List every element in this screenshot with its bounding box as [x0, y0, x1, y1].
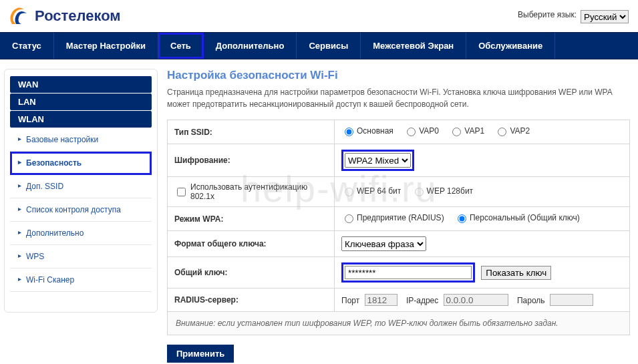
nav-services[interactable]: Сервисы	[297, 33, 361, 59]
radius-ip-label: IP-адрес	[406, 296, 438, 305]
sidebar-cat-wlan[interactable]: WLAN	[10, 111, 152, 128]
sidebar-item-addssid[interactable]: Доп. SSID	[10, 175, 152, 198]
brand-logo: Ростелеком	[7, 4, 121, 28]
ssid-opt-vap1[interactable]: VAP1	[449, 126, 484, 136]
sidebar-cat-wan[interactable]: WAN	[10, 76, 152, 93]
key-format-label: Формат общего ключа:	[168, 231, 335, 257]
sidebar: WAN LAN WLAN Базовые настройки Безопасно…	[4, 69, 158, 313]
key-format-select[interactable]: Ключевая фраза	[341, 236, 426, 251]
nav-advanced[interactable]: Дополнительно	[204, 33, 297, 59]
show-key-button[interactable]: Показать ключ	[481, 266, 551, 280]
encryption-highlight: WPA2 Mixed	[341, 150, 414, 171]
radius-pwd-input[interactable]	[550, 294, 593, 306]
auth-8021x-checkbox[interactable]: Использовать аутентификацию 802.1x	[174, 182, 327, 201]
ssid-type-label: Тип SSID:	[168, 120, 335, 144]
wpa-mode-options: Предприятие (RADIUS) Персональный (Общий…	[335, 207, 630, 231]
page-description: Страница предназначена для настройки пар…	[167, 86, 630, 110]
sidebar-cat-lan[interactable]: LAN	[10, 94, 152, 110]
radius-port-input[interactable]	[365, 294, 397, 306]
wpa-mode-label: Режим WPA:	[168, 207, 335, 231]
radius-ip-input[interactable]	[444, 294, 508, 306]
shared-key-highlight	[341, 262, 475, 283]
language-select[interactable]: Русский	[581, 10, 629, 23]
radius-label: RADIUS-сервер:	[168, 289, 335, 312]
nav-network[interactable]: Сеть	[158, 33, 204, 59]
sidebar-item-acl[interactable]: Список контроля доступа	[10, 198, 152, 222]
radius-fields: Порт IP-адрес Пароль	[335, 289, 630, 312]
wep-note: Внимание: если установлен тип шифрования…	[168, 312, 630, 335]
wpa-mode-enterprise[interactable]: Предприятие (RADIUS)	[341, 212, 444, 223]
page-title: Настройка безопасности Wi-Fi	[167, 69, 630, 82]
nav-wizard[interactable]: Мастер Настройки	[54, 33, 158, 59]
ssid-opt-vap0[interactable]: VAP0	[404, 126, 439, 136]
shared-key-label: Общий ключ:	[168, 257, 335, 289]
radius-pwd-label: Пароль	[517, 296, 545, 305]
nav-maintenance[interactable]: Обслуживание	[466, 33, 555, 59]
sidebar-item-security[interactable]: Безопасность	[10, 152, 152, 175]
logo-icon	[7, 4, 31, 28]
ssid-opt-vap2[interactable]: VAP2	[494, 126, 530, 136]
sidebar-item-basic[interactable]: Базовые настройки	[10, 128, 152, 152]
brand-name: Ростелеком	[35, 7, 121, 25]
auth-8021x-cell: Использовать аутентификацию 802.1x	[168, 177, 335, 207]
radius-port-label: Порт	[341, 296, 359, 305]
wpa-mode-personal[interactable]: Персональный (Общий ключ)	[454, 212, 580, 223]
wep-64[interactable]: WEP 64 бит	[341, 186, 401, 196]
encryption-label: Шифрование:	[168, 144, 335, 177]
sidebar-item-scanner[interactable]: Wi-Fi Сканер	[10, 268, 152, 292]
wep-options: WEP 64 бит WEP 128бит	[335, 177, 630, 207]
sidebar-item-wps[interactable]: WPS	[10, 245, 152, 268]
wep-128[interactable]: WEP 128бит	[412, 186, 474, 196]
language-label: Выберите язык:	[518, 10, 577, 19]
apply-button[interactable]: Применить	[167, 345, 234, 363]
sidebar-item-advanced[interactable]: Дополнительно	[10, 222, 152, 245]
encryption-select[interactable]: WPA2 Mixed	[345, 153, 411, 168]
main-nav: Статус Мастер Настройки Сеть Дополнитель…	[0, 32, 638, 59]
settings-form: Тип SSID: Основная VAP0 VAP1 VAP2 Шифров…	[167, 120, 630, 335]
nav-firewall[interactable]: Межсетевой Экран	[361, 33, 466, 59]
ssid-type-options: Основная VAP0 VAP1 VAP2	[335, 120, 630, 144]
shared-key-input[interactable]	[345, 266, 472, 279]
ssid-opt-main[interactable]: Основная	[341, 126, 393, 136]
nav-status[interactable]: Статус	[0, 33, 54, 59]
